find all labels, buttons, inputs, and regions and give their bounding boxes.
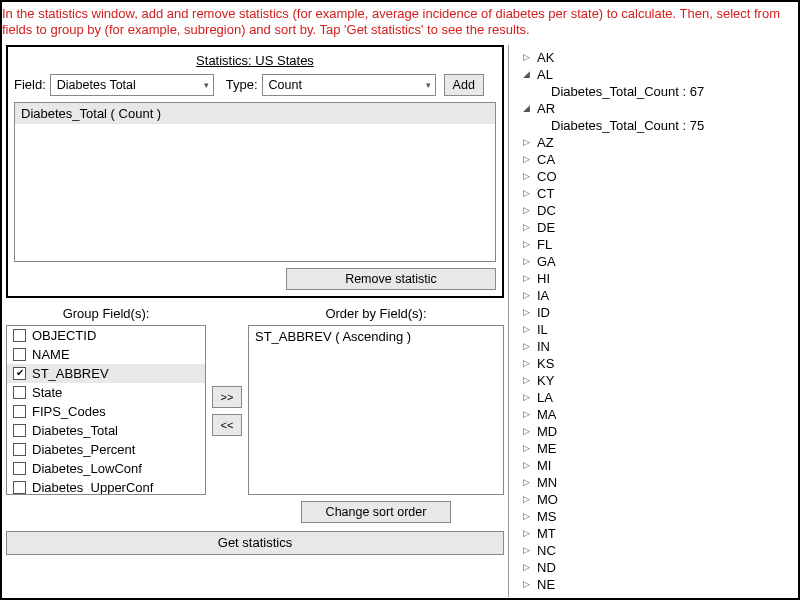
tree-node[interactable]: ▷LA <box>513 389 798 406</box>
tree-node[interactable]: ▷ME <box>513 440 798 457</box>
change-sort-order-button[interactable]: Change sort order <box>301 501 451 523</box>
tree-node[interactable]: ▷MN <box>513 474 798 491</box>
tree-node[interactable]: ▷ND <box>513 559 798 576</box>
tree-node[interactable]: ▷CO <box>513 168 798 185</box>
checkbox-icon[interactable]: ✔ <box>13 367 26 380</box>
tree-node[interactable]: ▷MI <box>513 457 798 474</box>
triangle-right-icon[interactable]: ▷ <box>523 528 533 538</box>
tree-node[interactable]: ▷IL <box>513 321 798 338</box>
group-field-item[interactable]: FIPS_Codes <box>7 402 205 421</box>
checkbox-icon[interactable] <box>13 348 26 361</box>
triangle-right-icon[interactable]: ▷ <box>523 409 533 419</box>
triangle-right-icon[interactable]: ▷ <box>523 188 533 198</box>
tree-node[interactable]: ▷DC <box>513 202 798 219</box>
group-field-item[interactable]: ✔ST_ABBREV <box>7 364 205 383</box>
triangle-right-icon[interactable]: ▷ <box>523 256 533 266</box>
triangle-right-icon[interactable]: ▷ <box>523 358 533 368</box>
tree-node[interactable]: ▷CA <box>513 151 798 168</box>
checkbox-icon[interactable] <box>13 329 26 342</box>
get-statistics-button[interactable]: Get statistics <box>6 531 504 555</box>
group-field-item[interactable]: Diabetes_Total <box>7 421 205 440</box>
list-item[interactable]: ST_ABBREV ( Ascending ) <box>249 326 503 347</box>
group-field-item[interactable]: Diabetes_UpperConf <box>7 478 205 495</box>
triangle-right-icon[interactable]: ▷ <box>523 341 533 351</box>
tree-node[interactable]: ▷NH <box>513 593 798 597</box>
tree-node[interactable]: ▷IN <box>513 338 798 355</box>
triangle-down-icon[interactable]: ◢ <box>523 103 533 113</box>
tree-node[interactable]: ▷GA <box>513 253 798 270</box>
selected-statistics-list[interactable]: Diabetes_Total ( Count ) <box>14 102 496 262</box>
triangle-right-icon[interactable]: ▷ <box>523 307 533 317</box>
triangle-right-icon[interactable]: ▷ <box>523 154 533 164</box>
group-field-item[interactable]: OBJECTID <box>7 326 205 345</box>
triangle-right-icon[interactable]: ▷ <box>523 273 533 283</box>
tree-node[interactable]: ◢AR <box>513 100 798 117</box>
checkbox-icon[interactable] <box>13 386 26 399</box>
triangle-right-icon[interactable]: ▷ <box>523 511 533 521</box>
triangle-right-icon[interactable]: ▷ <box>523 443 533 453</box>
triangle-right-icon[interactable]: ▷ <box>523 392 533 402</box>
tree-node[interactable]: ▷CT <box>513 185 798 202</box>
checkbox-icon[interactable] <box>13 462 26 475</box>
triangle-down-icon[interactable]: ◢ <box>523 69 533 79</box>
field-combo[interactable]: Diabetes Total ▾ <box>50 74 214 96</box>
group-field-item[interactable]: Diabetes_LowConf <box>7 459 205 478</box>
order-by-list[interactable]: ST_ABBREV ( Ascending ) <box>248 325 504 495</box>
triangle-right-icon[interactable]: ▷ <box>523 171 533 181</box>
triangle-right-icon[interactable]: ▷ <box>523 494 533 504</box>
remove-statistic-button[interactable]: Remove statistic <box>286 268 496 290</box>
tree-node-label: IA <box>537 288 549 303</box>
group-field-item[interactable]: State <box>7 383 205 402</box>
tree-node[interactable]: ▷AZ <box>513 134 798 151</box>
checkbox-icon[interactable] <box>13 443 26 456</box>
triangle-right-icon[interactable]: ▷ <box>523 239 533 249</box>
triangle-right-icon[interactable]: ▷ <box>523 137 533 147</box>
type-combo[interactable]: Count ▾ <box>262 74 436 96</box>
tree-node[interactable]: ▷KS <box>513 355 798 372</box>
list-item[interactable]: Diabetes_Total ( Count ) <box>15 103 495 124</box>
triangle-right-icon[interactable]: ▷ <box>523 545 533 555</box>
triangle-right-icon[interactable]: ▷ <box>523 426 533 436</box>
results-tree[interactable]: ▷AK◢ALDiabetes_Total_Count : 67◢ARDiabet… <box>508 45 798 597</box>
group-fields-list[interactable]: OBJECTIDNAME✔ST_ABBREVStateFIPS_CodesDia… <box>6 325 206 495</box>
tree-leaf[interactable]: Diabetes_Total_Count : 75 <box>513 117 798 134</box>
tree-node[interactable]: ▷MA <box>513 406 798 423</box>
tree-node[interactable]: ▷KY <box>513 372 798 389</box>
triangle-right-icon[interactable]: ▷ <box>523 579 533 589</box>
triangle-right-icon[interactable]: ▷ <box>523 205 533 215</box>
checkbox-icon[interactable] <box>13 481 26 494</box>
checkbox-icon[interactable] <box>13 424 26 437</box>
group-field-label: Diabetes_UpperConf <box>32 480 153 495</box>
tree-node[interactable]: ▷AK <box>513 49 798 66</box>
tree-node[interactable]: ▷MO <box>513 491 798 508</box>
triangle-right-icon[interactable]: ▷ <box>523 596 533 597</box>
tree-node[interactable]: ▷MS <box>513 508 798 525</box>
triangle-right-icon[interactable]: ▷ <box>523 562 533 572</box>
tree-node[interactable]: ▷NE <box>513 576 798 593</box>
tree-leaf[interactable]: Diabetes_Total_Count : 67 <box>513 83 798 100</box>
checkbox-icon[interactable] <box>13 405 26 418</box>
triangle-right-icon[interactable]: ▷ <box>523 477 533 487</box>
triangle-right-icon[interactable]: ▷ <box>523 375 533 385</box>
tree-node[interactable]: ▷IA <box>513 287 798 304</box>
tree-node-label: AK <box>537 50 554 65</box>
move-left-button[interactable]: << <box>212 414 242 436</box>
triangle-right-icon[interactable]: ▷ <box>523 290 533 300</box>
tree-node[interactable]: ◢AL <box>513 66 798 83</box>
tree-node[interactable]: ▷FL <box>513 236 798 253</box>
tree-node[interactable]: ▷NC <box>513 542 798 559</box>
tree-node[interactable]: ▷ID <box>513 304 798 321</box>
tree-node[interactable]: ▷DE <box>513 219 798 236</box>
tree-node[interactable]: ▷MD <box>513 423 798 440</box>
group-field-item[interactable]: NAME <box>7 345 205 364</box>
group-field-item[interactable]: Diabetes_Percent <box>7 440 205 459</box>
add-button[interactable]: Add <box>444 74 484 96</box>
tree-node[interactable]: ▷MT <box>513 525 798 542</box>
tree-node[interactable]: ▷HI <box>513 270 798 287</box>
triangle-right-icon[interactable]: ▷ <box>523 324 533 334</box>
triangle-right-icon[interactable]: ▷ <box>523 460 533 470</box>
tree-node-label: LA <box>537 390 553 405</box>
triangle-right-icon[interactable]: ▷ <box>523 222 533 232</box>
triangle-right-icon[interactable]: ▷ <box>523 52 533 62</box>
move-right-button[interactable]: >> <box>212 386 242 408</box>
